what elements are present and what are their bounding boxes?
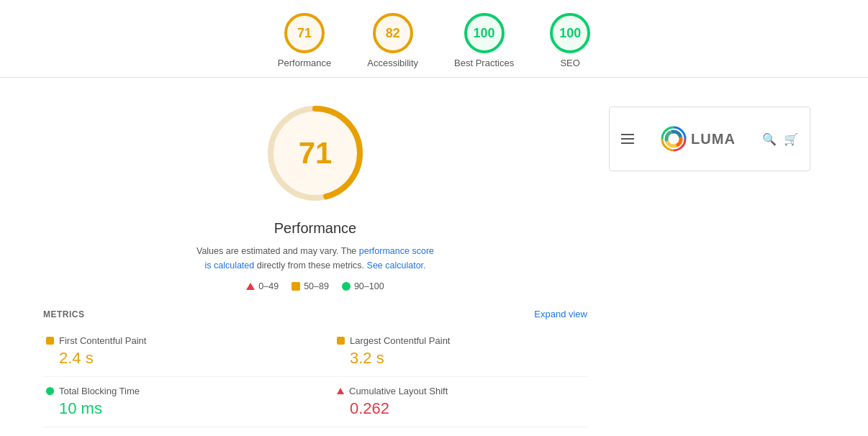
- metric-icon-tbt: [46, 387, 54, 395]
- metric-label-tbt: Total Blocking Time: [59, 386, 140, 396]
- cart-icon: 🛒: [784, 132, 798, 146]
- metric-label-cls: Cumulative Layout Shift: [349, 386, 448, 396]
- score-item-best-practices[interactable]: 100 Best Practices: [440, 13, 528, 68]
- preview-box: LUMA 🔍 🛒: [609, 106, 810, 171]
- big-score-value: 71: [299, 136, 333, 171]
- metric-item-fcp: First Contentful Paint 2.4 s: [43, 327, 315, 377]
- top-nav-scores: 71 Performance 82 Accessibility 100 Best…: [0, 0, 868, 78]
- metric-item-tbt: Total Blocking Time 10 ms: [43, 377, 315, 427]
- metric-header-cls: Cumulative Layout Shift: [337, 386, 584, 396]
- metric-icon-cls: [337, 388, 344, 394]
- left-panel: 71 Performance Values are estimated and …: [43, 99, 587, 436]
- metric-value-lcp: 3.2 s: [337, 349, 584, 368]
- preview-action-icons: 🔍 🛒: [762, 132, 798, 146]
- right-panel: LUMA 🔍 🛒: [609, 99, 825, 436]
- metric-value-tbt: 10 ms: [46, 399, 294, 418]
- legend-square-icon: [291, 282, 300, 291]
- score-item-seo[interactable]: 100 SEO: [535, 13, 605, 68]
- performance-title: Performance: [274, 220, 357, 237]
- metric-label-fcp: First Contentful Paint: [59, 335, 146, 346]
- metric-header-fcp: First Contentful Paint: [46, 335, 294, 346]
- score-item-accessibility[interactable]: 82 Accessibility: [353, 13, 433, 68]
- score-circle-best-practices: 100: [464, 13, 505, 53]
- metrics-label: METRICS: [43, 309, 85, 319]
- score-label-accessibility: Accessibility: [367, 58, 418, 68]
- score-item-performance[interactable]: 71 Performance: [263, 13, 345, 68]
- main-content: 71 Performance Values are estimated and …: [0, 78, 868, 436]
- score-label-seo: SEO: [560, 58, 579, 68]
- metric-icon-fcp: [46, 337, 54, 345]
- expand-view-button[interactable]: Expand view: [534, 309, 587, 319]
- legend-item-pass: 90–100: [342, 281, 384, 291]
- score-circle-performance: 71: [284, 13, 325, 53]
- legend-range-pass: 90–100: [354, 281, 384, 291]
- luma-logo: LUMA: [661, 126, 736, 152]
- legend-triangle-icon: [246, 283, 255, 290]
- legend-range-fail: 0–49: [258, 281, 279, 291]
- hamburger-icon: [621, 134, 634, 144]
- legend-item-fail: 0–49: [246, 281, 279, 291]
- metric-item-cls: Cumulative Layout Shift 0.262: [315, 377, 587, 427]
- score-circle-seo: 100: [550, 13, 590, 53]
- metric-header-lcp: Largest Contentful Paint: [337, 335, 584, 346]
- metric-header-tbt: Total Blocking Time: [46, 386, 294, 396]
- score-circle-accessibility: 82: [373, 13, 413, 53]
- legend-item-average: 50–89: [291, 281, 329, 291]
- see-calculator-link[interactable]: See calculator.: [367, 260, 426, 271]
- metric-icon-lcp: [337, 337, 345, 345]
- legend-range-average: 50–89: [304, 281, 329, 291]
- metric-label-lcp: Largest Contentful Paint: [350, 335, 450, 346]
- metric-item-lcp: Largest Contentful Paint 3.2 s: [315, 327, 587, 377]
- score-label-best-practices: Best Practices: [454, 58, 514, 68]
- big-score-wrapper: 71: [261, 99, 369, 207]
- metrics-header: METRICS Expand view: [43, 309, 587, 319]
- score-label-performance: Performance: [278, 58, 331, 68]
- legend: 0–49 50–89 90–100: [246, 281, 384, 291]
- legend-circle-icon: [342, 282, 351, 291]
- perf-description: Values are estimated and may vary. The p…: [193, 244, 438, 273]
- metric-value-fcp: 2.4 s: [46, 349, 294, 368]
- metrics-section: METRICS Expand view First Contentful Pai…: [43, 309, 587, 436]
- metric-value-cls: 0.262: [337, 399, 584, 418]
- metric-item-si: Speed Index 6.7 s: [43, 427, 315, 436]
- metrics-grid: First Contentful Paint 2.4 s Largest Con…: [43, 327, 587, 436]
- search-icon: 🔍: [762, 132, 777, 146]
- luma-logo-icon: [661, 126, 687, 152]
- luma-brand-name: LUMA: [691, 131, 736, 147]
